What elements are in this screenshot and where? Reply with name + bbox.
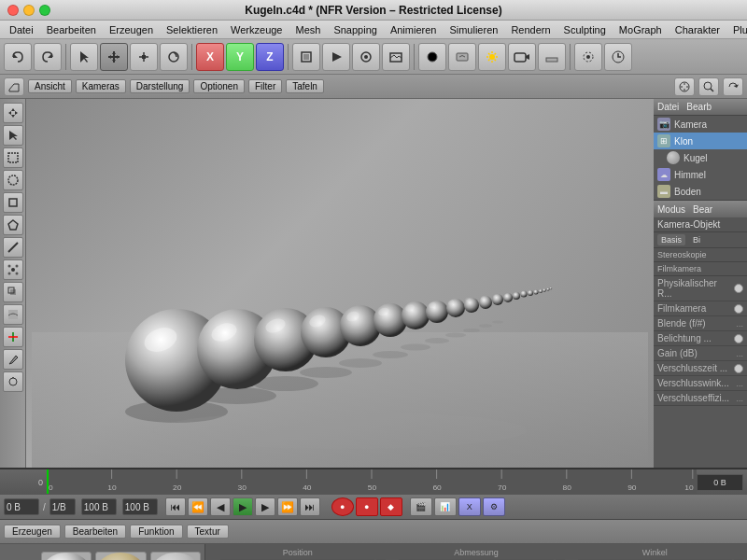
options-menu[interactable]: Optionen	[193, 79, 245, 93]
menu-snapping[interactable]: Snapping	[328, 23, 383, 36]
display-menu[interactable]: Darstellung	[130, 79, 190, 93]
next-frame-button[interactable]: ⏩	[277, 497, 298, 516]
move-tool[interactable]	[100, 43, 128, 71]
viewport[interactable]	[26, 99, 654, 468]
menu-animieren[interactable]: Animieren	[385, 23, 443, 36]
close-button[interactable]	[7, 5, 19, 16]
light-tool[interactable]	[478, 43, 506, 71]
select-circle-btn[interactable]	[3, 170, 23, 190]
menu-datei[interactable]: Datei	[4, 23, 39, 36]
menu-bearbeiten[interactable]: Bearbeiten	[41, 23, 102, 36]
mat-erzeugen[interactable]: Erzeugen	[4, 525, 61, 539]
frame-end-input[interactable]	[81, 498, 117, 515]
viewport-zoom-icon[interactable]	[698, 77, 719, 96]
menu-sculpting[interactable]: Sculpting	[558, 23, 612, 36]
current-frame-input[interactable]	[4, 498, 39, 515]
snap-settings[interactable]	[604, 43, 632, 71]
undo-button[interactable]	[4, 43, 32, 71]
camera-tool[interactable]	[508, 43, 536, 71]
go-end-button[interactable]: ⏭	[300, 497, 320, 516]
panels-menu[interactable]: Tafeln	[286, 79, 324, 93]
total-frame-input[interactable]	[49, 498, 76, 515]
knife-btn[interactable]	[3, 349, 23, 370]
timeline-button[interactable]: 📊	[434, 497, 457, 516]
render-preview[interactable]	[322, 43, 350, 71]
filmkamera-tab[interactable]: Filmkamera	[654, 262, 747, 276]
menu-plugins[interactable]: Plug-ins	[727, 23, 747, 36]
props-bear[interactable]: Bear	[693, 204, 712, 215]
menu-simulieren[interactable]: Simulieren	[444, 23, 503, 36]
auto-key-button[interactable]: ●	[331, 497, 354, 516]
material-manager[interactable]	[418, 43, 446, 71]
filter-menu[interactable]: Filter	[248, 79, 282, 93]
menu-selektieren[interactable]: Selektieren	[161, 23, 223, 36]
scene-item-kugel[interactable]: Kugel	[654, 149, 747, 166]
scale-tool[interactable]	[130, 43, 158, 71]
viewport-nav-icon[interactable]	[674, 77, 695, 96]
menu-rendern[interactable]: Rendern	[505, 23, 556, 36]
stereo-tab[interactable]: Stereoskopie	[654, 248, 747, 262]
next-button[interactable]: ▶	[255, 497, 275, 516]
motion-clip-button[interactable]: 🎬	[410, 497, 432, 516]
axis-z-button[interactable]: Z	[256, 43, 284, 71]
record-button[interactable]: ●	[356, 497, 378, 516]
view-menu[interactable]: Ansicht	[28, 79, 72, 93]
render-settings[interactable]	[352, 43, 380, 71]
filmkamera-toggle[interactable]	[734, 304, 743, 314]
texture-mode-btn[interactable]	[3, 304, 23, 325]
scene-item-camera[interactable]: 📷 Kamera	[654, 116, 747, 133]
props-modus[interactable]: Modus	[657, 204, 685, 215]
model-mode-btn[interactable]	[3, 282, 23, 302]
xpresso-button[interactable]: X	[458, 497, 481, 516]
move-lt-btn[interactable]	[3, 103, 23, 123]
snap-enable[interactable]	[574, 43, 602, 71]
scene-item-himmel[interactable]: ☁ Himmel	[654, 166, 747, 183]
object-tool[interactable]	[292, 43, 320, 71]
axis-mode-btn[interactable]	[3, 327, 23, 347]
material-hdri017[interactable]: HDRI 017	[95, 552, 146, 561]
rotate-tool[interactable]	[160, 43, 188, 71]
key-button[interactable]: ◆	[380, 497, 402, 516]
menu-werkzeuge[interactable]: Werkzeuge	[225, 23, 288, 36]
cursor-btn[interactable]	[3, 125, 23, 146]
paint-btn[interactable]	[3, 371, 23, 392]
verschlusszeit-toggle[interactable]	[734, 364, 743, 373]
material-mat[interactable]: Mat	[150, 552, 201, 561]
axis-y-button[interactable]: Y	[226, 43, 254, 71]
menu-erzeugen[interactable]: Erzeugen	[104, 23, 159, 36]
render-to-picture[interactable]	[382, 43, 410, 71]
redo-button[interactable]	[34, 43, 62, 71]
maximize-button[interactable]	[39, 5, 50, 16]
belichtung-toggle[interactable]	[734, 334, 743, 343]
scene-tree-datei[interactable]: Datei	[657, 102, 679, 112]
floor-tool[interactable]	[538, 43, 566, 71]
prev-button[interactable]: ◀	[210, 497, 231, 516]
go-start-button[interactable]: ⏮	[165, 497, 186, 516]
scene-item-boden[interactable]: ▬ Boden	[654, 183, 747, 200]
polygon-mode-btn[interactable]	[3, 215, 23, 235]
props-tab-basis[interactable]: Basis	[657, 234, 685, 245]
scene-tree-bearb[interactable]: Bearb	[686, 102, 712, 112]
prev-frame-button[interactable]: ⏪	[188, 497, 208, 516]
select-tool[interactable]	[70, 43, 98, 71]
minimize-button[interactable]	[23, 5, 35, 16]
mat-bearbeiten[interactable]: Bearbeiten	[64, 525, 126, 539]
texture-manager[interactable]	[448, 43, 476, 71]
menu-charakter[interactable]: Charakter	[669, 23, 726, 36]
mat-funktion[interactable]: Funktion	[130, 525, 182, 539]
scene-item-klon[interactable]: ⊞ Klon	[654, 133, 747, 149]
viewport-rotate-icon[interactable]	[723, 77, 743, 96]
play-button[interactable]: ▶	[233, 497, 253, 516]
anim-settings-button[interactable]: ⚙	[483, 497, 505, 516]
physikalischer-toggle[interactable]	[734, 284, 743, 293]
mat-textur[interactable]: Textur	[187, 525, 229, 539]
select-rect-btn[interactable]	[3, 147, 23, 168]
viewport-perspective-icon[interactable]	[4, 77, 24, 96]
object-mode-btn[interactable]	[3, 192, 23, 213]
axis-x-button[interactable]: X	[196, 43, 224, 71]
timeline-ruler[interactable]: 0 10 20 30 40 50 60 70 80 90 1	[47, 469, 697, 494]
edge-mode-btn[interactable]	[3, 237, 23, 258]
point-mode-btn[interactable]	[3, 259, 23, 280]
props-tab-bi[interactable]: Bi	[689, 234, 704, 245]
fps-input[interactable]	[122, 498, 158, 515]
